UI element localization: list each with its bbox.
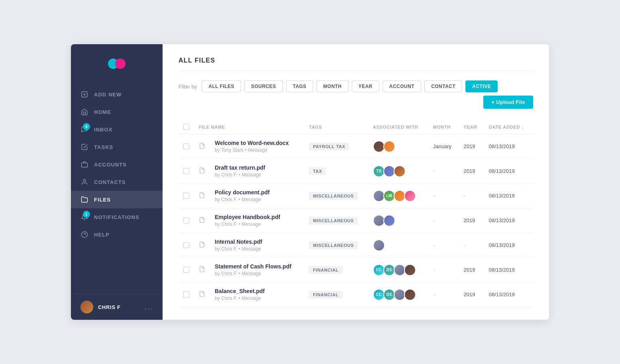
sidebar-item-home[interactable]: HOME — [71, 103, 163, 121]
avatars-group: LW — [373, 190, 424, 202]
app-container: ADD NEW HOME 4 — [71, 44, 549, 320]
row-checkbox-5[interactable] — [183, 267, 189, 273]
row-checkbox-4[interactable] — [183, 242, 189, 248]
sidebar-footer: CHRIS F ... — [71, 294, 163, 320]
logo — [71, 44, 163, 81]
tag-pill[interactable]: FINANCIAL — [309, 266, 342, 274]
tag-cell: MISCELLANEOUS — [304, 208, 368, 233]
main-content: ALL FILES Filter by ALL FILES SOURCES TA… — [163, 44, 549, 320]
col-associated-with: ASSOCIATED WITH — [368, 120, 428, 134]
document-icon — [199, 193, 205, 200]
file-info-cell: Employee Handbook.pdf by Chris F. • Mess… — [210, 208, 304, 233]
sidebar-item-tasks[interactable]: TASKS — [71, 138, 163, 156]
filter-month[interactable]: MONTH — [316, 80, 348, 92]
avatars-cell: LW — [368, 184, 428, 208]
table-row: Policy document.pdf by Chris F. • Messag… — [179, 184, 533, 208]
tag-pill[interactable]: MISCELLANEOUS — [309, 241, 358, 249]
file-name[interactable]: Internal Notes.pdf — [215, 239, 299, 245]
avatar-image — [80, 301, 93, 313]
inbox-badge: 4 — [83, 123, 90, 130]
col-checkbox — [179, 120, 194, 134]
row-checkbox-6[interactable] — [183, 292, 189, 297]
tag-cell: FINANCIAL — [304, 258, 368, 282]
filter-sources[interactable]: SOURCES — [244, 80, 283, 92]
sidebar-item-contacts[interactable]: CONTACTS — [71, 173, 163, 191]
col-year: YEAR — [459, 120, 484, 134]
files-table: FILE NAME TAGS ASSOCIATED WITH MONTH YEA… — [179, 120, 533, 307]
file-meta: by Chris F. • Message — [215, 271, 299, 276]
avatars-cell: CCDS — [368, 282, 428, 307]
filter-year[interactable]: YEAR — [352, 80, 379, 92]
filter-contact[interactable]: CONTACT — [424, 80, 462, 92]
avatar — [80, 301, 93, 313]
tag-pill[interactable]: FINANCIAL — [309, 291, 342, 299]
date-added-cell: 08/13/2019 — [484, 282, 533, 307]
row-checkbox-2[interactable] — [183, 193, 189, 199]
page-header: ALL FILES — [179, 57, 533, 71]
sidebar-item-files[interactable]: FILES — [71, 191, 163, 208]
sidebar-item-add-new[interactable]: ADD NEW — [71, 86, 163, 103]
tag-cell: PAYROLL TAX — [304, 134, 368, 159]
year-cell: 2019 — [459, 208, 484, 233]
filter-account[interactable]: ACCOUNT — [383, 80, 421, 92]
avatar — [404, 264, 416, 276]
sidebar-nav: ADD NEW HOME 4 — [71, 81, 163, 294]
sidebar-label-accounts: ACCOUNTS — [94, 162, 127, 168]
avatar — [383, 215, 395, 227]
file-meta: by Tony Stark • Message — [215, 147, 299, 153]
row-checkbox-3[interactable] — [183, 217, 189, 223]
folder-icon — [80, 196, 88, 204]
file-info-cell: Draft tax return.pdf by Chris F. • Messa… — [210, 159, 304, 184]
file-name[interactable]: Policy document.pdf — [215, 189, 299, 196]
file-meta: by Chris F. • Message — [215, 221, 299, 227]
sidebar-item-inbox[interactable]: 4 INBOX — [71, 121, 163, 138]
filter-all-files[interactable]: ALL FILES — [202, 80, 241, 92]
page-title: ALL FILES — [179, 57, 533, 64]
user-icon — [80, 178, 88, 186]
filter-tags[interactable]: TAGS — [286, 80, 313, 92]
table-row: Draft tax return.pdf by Chris F. • Messa… — [179, 159, 533, 184]
file-name[interactable]: Welcome to Word-new.docx — [215, 140, 299, 146]
avatar — [394, 165, 406, 177]
tag-pill[interactable]: MISCELLANEOUS — [309, 192, 358, 200]
col-date-added[interactable]: DATE ADDED ↓ — [484, 120, 533, 134]
avatars-cell: CCDS — [368, 258, 428, 282]
row-checkbox-0[interactable] — [183, 143, 189, 149]
date-added-cell: 08/13/2019 — [484, 258, 533, 282]
upload-file-button[interactable]: + Upload File — [483, 96, 533, 109]
row-checkbox-1[interactable] — [183, 168, 189, 174]
sidebar-item-accounts[interactable]: ACCOUNTS — [71, 156, 163, 173]
avatars-group: CCDS — [373, 264, 424, 276]
footer-more-button[interactable]: ... — [145, 303, 153, 311]
filter-label: Filter by — [179, 84, 197, 90]
table-row: Statement of Cash Flows.pdf by Chris F. … — [179, 258, 533, 282]
file-name[interactable]: Balance_Sheet.pdf — [215, 288, 299, 294]
svg-point-4 — [83, 179, 86, 182]
col-tags: TAGS — [304, 120, 368, 134]
file-meta: by Chris F. • Message — [215, 197, 299, 202]
help-circle-icon — [80, 231, 88, 239]
document-icon — [199, 242, 205, 249]
table-row: Balance_Sheet.pdf by Chris F. • Message … — [179, 282, 533, 307]
select-all-checkbox[interactable] — [183, 124, 189, 130]
tag-pill[interactable]: TAX — [309, 167, 326, 175]
file-name[interactable]: Statement of Cash Flows.pdf — [215, 263, 299, 270]
tag-pill[interactable]: MISCELLANEOUS — [309, 217, 358, 225]
sidebar-label-contacts: CONTACTS — [94, 179, 126, 185]
avatars-cell: TS — [368, 159, 428, 184]
year-cell: - — [459, 233, 484, 258]
footer-username: CHRIS F — [98, 304, 140, 310]
file-info-cell: Policy document.pdf by Chris F. • Messag… — [210, 184, 304, 208]
sidebar-item-notifications[interactable]: 1 NOTIFICATIONS — [71, 208, 163, 226]
date-added-cell: 08/13/2019 — [484, 233, 533, 258]
sidebar-label-add-new: ADD NEW — [94, 92, 122, 98]
file-name[interactable]: Employee Handbook.pdf — [215, 214, 299, 220]
tag-pill[interactable]: PAYROLL TAX — [309, 143, 349, 151]
file-icon-cell — [194, 159, 210, 184]
plus-square-icon — [80, 90, 88, 98]
avatars-cell — [368, 208, 428, 233]
filter-active[interactable]: ACTIVE — [465, 80, 498, 92]
file-meta: by Chris F. • Message — [215, 172, 299, 178]
file-name[interactable]: Draft tax return.pdf — [215, 164, 299, 171]
sidebar-item-help[interactable]: HELP — [71, 226, 163, 243]
